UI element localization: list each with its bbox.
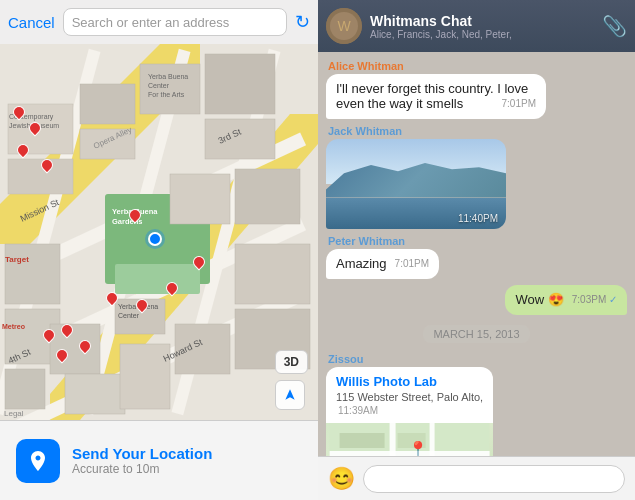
map-pin xyxy=(28,122,42,140)
location-bubble-text: Willis Photo Lab 115 Webster Street, Pal… xyxy=(326,367,493,423)
location-address: 115 Webster Street, Palo Alto, xyxy=(336,391,483,403)
message-time: 7:03PM ✓ xyxy=(572,292,617,308)
map-topbar: Cancel Search or enter an address ↻ xyxy=(0,0,318,44)
map-pin xyxy=(60,324,74,342)
attach-icon[interactable]: 📎 xyxy=(602,14,627,38)
location-map-preview: 📍 xyxy=(326,423,493,456)
map-pin xyxy=(55,349,69,367)
message-row: Jack Whitman 11:40PM xyxy=(326,125,627,229)
message-time: 11:39AM xyxy=(336,405,483,416)
search-bar[interactable]: Search or enter an address xyxy=(63,8,287,36)
message-sender: Jack Whitman xyxy=(326,125,402,137)
avatar: W xyxy=(326,8,362,44)
svg-rect-11 xyxy=(80,84,135,124)
map-legal-text: Legal xyxy=(4,409,24,418)
svg-rect-14 xyxy=(205,54,275,114)
location-icon xyxy=(26,449,50,473)
svg-text:Yerba Buena: Yerba Buena xyxy=(148,73,188,80)
map-pin xyxy=(42,329,56,347)
3d-button[interactable]: 3D xyxy=(275,350,308,374)
location-accuracy: Accurate to 10m xyxy=(72,462,212,476)
message-sender: Peter Whitman xyxy=(326,235,405,247)
svg-rect-52 xyxy=(390,423,396,456)
image-bubble: 11:40PM xyxy=(326,139,506,229)
chat-panel: W Whitmans Chat Alice, Francis, Jack, Ne… xyxy=(318,0,635,500)
svg-rect-54 xyxy=(340,433,385,448)
message-text: Amazing xyxy=(336,256,387,271)
message-bubble: Amazing 7:01PM xyxy=(326,249,439,279)
message-time: 11:40PM xyxy=(458,213,498,224)
map-controls: 3D xyxy=(275,350,308,410)
svg-rect-26 xyxy=(235,244,310,304)
location-title: Send Your Location xyxy=(72,445,212,462)
chat-header-info: Whitmans Chat Alice, Francis, Jack, Ned,… xyxy=(370,13,594,40)
message-bubble: I'll never forget this country. I love e… xyxy=(326,74,546,119)
map-pin xyxy=(192,256,206,274)
emoji-button[interactable]: 😊 xyxy=(328,466,355,492)
message-sender: Alice Whitman xyxy=(326,60,404,72)
search-placeholder: Search or enter an address xyxy=(72,15,230,30)
map-area[interactable]: Mission St 4th St Howard St 3rd St Opera… xyxy=(0,44,318,420)
map-panel: Cancel Search or enter an address ↻ xyxy=(0,0,318,500)
message-text: Wow 😍 xyxy=(515,292,563,307)
message-time: 7:01PM xyxy=(502,96,536,112)
map-pin xyxy=(135,299,149,317)
svg-rect-13 xyxy=(140,64,200,114)
svg-rect-53 xyxy=(430,423,435,456)
chat-header: W Whitmans Chat Alice, Francis, Jack, Ne… xyxy=(318,0,635,52)
location-icon-box[interactable] xyxy=(16,439,60,483)
svg-text:Center: Center xyxy=(148,82,170,89)
refresh-icon[interactable]: ↻ xyxy=(295,11,310,33)
chat-inputbar: 😊 xyxy=(318,456,635,500)
map-pin xyxy=(165,282,179,300)
location-place-name[interactable]: Willis Photo Lab xyxy=(336,374,483,389)
message-time: 7:01PM xyxy=(395,256,429,272)
cancel-button[interactable]: Cancel xyxy=(8,14,55,31)
svg-rect-15 xyxy=(205,119,275,159)
map-pin xyxy=(16,144,30,162)
svg-text:For the Arts: For the Arts xyxy=(148,91,185,98)
map-pin xyxy=(78,340,92,358)
read-receipt: ✓ xyxy=(609,294,617,305)
location-message-row: Zissou Willis Photo Lab 115 Webster Stre… xyxy=(326,353,627,456)
message-row: Wow 😍 7:03PM ✓ xyxy=(326,285,627,315)
svg-rect-23 xyxy=(5,369,45,409)
date-divider: MARCH 15, 2013 xyxy=(423,325,529,343)
svg-rect-25 xyxy=(65,374,125,414)
map-pin xyxy=(128,209,142,227)
svg-text:W: W xyxy=(337,18,351,34)
message-sender: Zissou xyxy=(326,353,363,365)
location-text: Send Your Location Accurate to 10m xyxy=(72,445,212,476)
send-location-bar: Send Your Location Accurate to 10m xyxy=(0,420,318,500)
svg-text:Target: Target xyxy=(5,255,29,264)
svg-text:📍: 📍 xyxy=(408,440,428,456)
message-bubble: Wow 😍 7:03PM ✓ xyxy=(505,285,627,315)
svg-rect-21 xyxy=(5,244,60,304)
map-pin xyxy=(40,159,54,177)
message-text: I'll never forget this country. I love e… xyxy=(336,81,528,111)
chat-messages: Alice Whitman I'll never forget this cou… xyxy=(318,52,635,456)
svg-rect-20 xyxy=(235,169,300,224)
svg-rect-17 xyxy=(115,264,200,294)
svg-rect-19 xyxy=(170,174,230,224)
message-row: Alice Whitman I'll never forget this cou… xyxy=(326,60,627,119)
chat-subtitle: Alice, Francis, Jack, Ned, Peter, xyxy=(370,29,594,40)
location-direction-button[interactable] xyxy=(275,380,305,410)
map-pin xyxy=(12,106,26,124)
svg-text:Metreo: Metreo xyxy=(2,323,25,330)
chat-input[interactable] xyxy=(363,465,625,493)
map-pin xyxy=(105,292,119,310)
chat-title: Whitmans Chat xyxy=(370,13,594,29)
location-bubble: Willis Photo Lab 115 Webster Street, Pal… xyxy=(326,367,493,456)
current-location-pin xyxy=(148,232,162,250)
message-row: Peter Whitman Amazing 7:01PM xyxy=(326,235,627,279)
